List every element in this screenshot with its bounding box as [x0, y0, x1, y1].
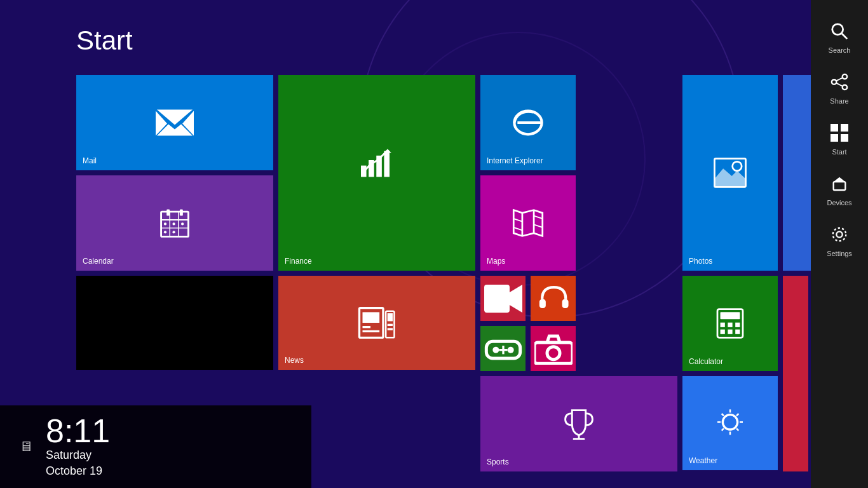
tile-ie[interactable]: Internet Explorer [480, 75, 576, 170]
svg-point-37 [507, 346, 513, 353]
tile-photos[interactable]: Photos [682, 75, 778, 271]
svg-line-73 [836, 83, 842, 86]
tile-photos-label: Photos [689, 257, 712, 266]
start-icon [831, 124, 848, 144]
svg-point-45 [733, 161, 742, 171]
music-icon [534, 283, 573, 315]
svg-rect-34 [562, 299, 568, 308]
mail-icon [156, 107, 194, 139]
tile-music[interactable] [531, 276, 576, 321]
svg-rect-43 [573, 438, 585, 440]
tile-dark[interactable] [76, 276, 273, 370]
svg-rect-50 [735, 323, 740, 327]
svg-line-68 [842, 34, 847, 39]
svg-rect-33 [539, 299, 545, 308]
svg-point-41 [547, 346, 560, 359]
svg-point-9 [164, 222, 166, 225]
small-tiles-row2 [480, 326, 677, 371]
svg-line-59 [722, 414, 724, 416]
svg-point-54 [722, 415, 737, 430]
full-date-display: October 19 [46, 464, 102, 477]
weather-icon [711, 407, 749, 439]
camera-icon [534, 333, 573, 365]
tile-games[interactable] [480, 326, 526, 371]
svg-rect-77 [841, 134, 848, 142]
clock-display: 8:11 [46, 414, 110, 447]
svg-marker-79 [834, 177, 846, 182]
devices-icon [831, 175, 848, 195]
svg-rect-74 [831, 124, 838, 132]
tile-alarm-partial[interactable] [783, 276, 808, 471]
charm-devices-label: Devices [827, 199, 851, 207]
svg-point-13 [172, 231, 175, 233]
tile-calendar[interactable]: Calendar [76, 175, 273, 271]
tile-finance[interactable]: Finance [278, 75, 475, 271]
svg-rect-49 [728, 323, 732, 327]
day-display: Saturday [46, 449, 92, 461]
svg-rect-31 [484, 285, 510, 313]
svg-rect-24 [388, 313, 393, 322]
svg-rect-20 [363, 312, 380, 323]
tile-calendar-label: Calendar [83, 257, 114, 266]
share-icon [831, 73, 848, 93]
charm-start-label: Start [832, 148, 846, 156]
tile-camera[interactable] [531, 326, 576, 371]
monitor-icon: 🖥 [19, 438, 33, 455]
charms-bar: Search Share Start [811, 0, 868, 488]
tile-video[interactable] [480, 276, 526, 321]
charm-search-label: Search [829, 46, 851, 54]
svg-point-71 [832, 79, 836, 84]
news-icon [358, 307, 396, 339]
tile-calculator[interactable]: Calculator [682, 276, 778, 371]
charm-start[interactable]: Start [811, 114, 868, 165]
tile-sports[interactable]: Sports [480, 376, 677, 471]
svg-rect-51 [721, 330, 725, 334]
svg-line-72 [836, 78, 842, 81]
tile-maps[interactable]: Maps [480, 175, 576, 271]
tile-column-1: Mail [76, 75, 273, 370]
tile-weather[interactable]: Weather [682, 376, 778, 470]
svg-point-81 [833, 228, 846, 241]
svg-rect-48 [721, 323, 725, 327]
tile-mail-label: Mail [83, 156, 97, 165]
charm-share[interactable]: Share [811, 64, 868, 114]
svg-line-61 [736, 414, 738, 416]
svg-rect-76 [831, 134, 838, 142]
photos-icon [711, 157, 749, 189]
svg-rect-8 [180, 210, 183, 216]
svg-point-11 [181, 222, 184, 225]
svg-rect-52 [728, 330, 732, 334]
video-icon [484, 283, 522, 315]
taskbar-time-block: 8:11 Saturday October 19 [46, 414, 110, 479]
svg-point-70 [843, 85, 847, 90]
svg-marker-32 [510, 285, 522, 313]
svg-rect-78 [834, 182, 846, 190]
tile-ie-label: Internet Explorer [487, 156, 543, 165]
tile-maps-label: Maps [487, 257, 505, 266]
tile-sports-label: Sports [487, 458, 509, 466]
tile-mail[interactable]: Mail [76, 75, 273, 170]
svg-rect-26 [388, 328, 393, 330]
tile-column-3: Internet Explorer Maps [480, 75, 677, 471]
svg-point-36 [492, 346, 499, 353]
tile-column-4: Photos [682, 75, 778, 470]
svg-point-67 [832, 24, 843, 35]
small-tiles-row1 [480, 276, 677, 321]
svg-rect-47 [721, 312, 740, 319]
tile-weather-label: Weather [689, 456, 717, 465]
charm-devices[interactable]: Devices [811, 165, 868, 216]
charm-settings[interactable]: Settings [811, 216, 868, 267]
svg-rect-7 [166, 210, 170, 216]
tile-column-2: Finance [278, 75, 475, 370]
ie-icon [509, 107, 547, 139]
svg-point-80 [836, 231, 842, 237]
svg-rect-25 [388, 324, 393, 326]
svg-line-60 [736, 428, 738, 430]
finance-icon [358, 147, 396, 179]
settings-icon [831, 226, 848, 246]
svg-rect-75 [841, 124, 848, 132]
charm-search[interactable]: Search [811, 13, 868, 64]
tile-news-label: News [285, 356, 304, 365]
tile-news[interactable]: News [278, 276, 475, 370]
calendar-icon [156, 207, 194, 239]
